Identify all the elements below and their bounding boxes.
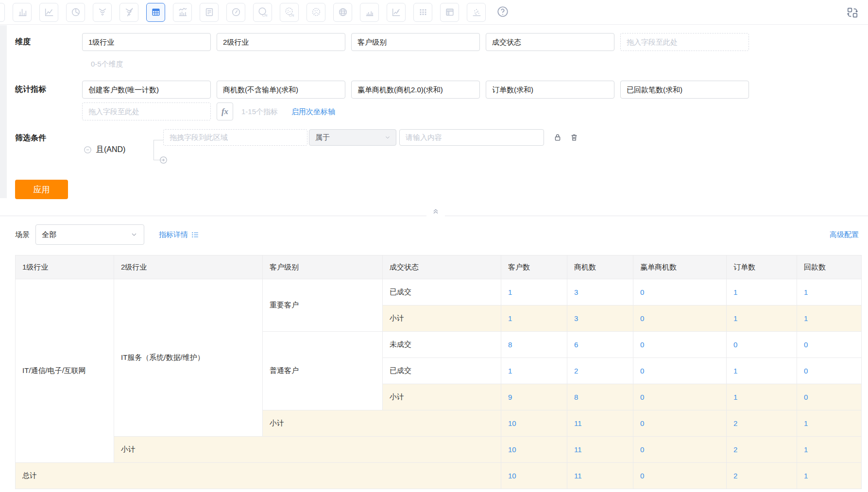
chevron-down-icon bbox=[130, 231, 138, 238]
metric-value[interactable]: 8 bbox=[567, 384, 633, 410]
chevron-double-up-icon bbox=[431, 206, 440, 215]
collapse-panel-button[interactable] bbox=[426, 206, 445, 216]
filter-value-input[interactable]: 请输入内容 bbox=[399, 129, 544, 146]
metric-value[interactable]: 1 bbox=[727, 279, 797, 305]
tool-bar-chart-alt[interactable] bbox=[360, 3, 379, 22]
metric-field[interactable]: 已回款笔数(求和) bbox=[620, 81, 749, 99]
secondary-axis-link[interactable]: 启用次坐标轴 bbox=[291, 102, 335, 120]
apply-button[interactable]: 应用 bbox=[15, 180, 68, 199]
china-map-scatter-icon: CN bbox=[284, 7, 295, 17]
dimension-field[interactable]: 成交状态 bbox=[486, 33, 614, 51]
metric-value[interactable]: 1 bbox=[727, 305, 797, 332]
dimension-drop-zone[interactable]: 拖入字段至此处 bbox=[620, 33, 749, 51]
dim-status-cell: 已成交 bbox=[383, 279, 501, 305]
metric-value[interactable]: 2 bbox=[727, 463, 797, 489]
tool-crosstab[interactable] bbox=[413, 3, 432, 22]
metric-value[interactable]: 3 bbox=[567, 305, 633, 332]
pivot-table-icon bbox=[444, 7, 455, 17]
column-header: 2级行业 bbox=[114, 255, 263, 279]
metric-value[interactable]: 0 bbox=[797, 358, 862, 384]
tool-china-map-scatter[interactable]: CN bbox=[280, 3, 299, 22]
swap-axis-button[interactable] bbox=[846, 6, 859, 19]
gauge-icon bbox=[231, 7, 241, 17]
metric-field[interactable]: 赢单商机数(商机2.0)(求和) bbox=[351, 81, 480, 99]
metric-value[interactable]: 1 bbox=[797, 305, 862, 332]
scene-select[interactable]: 全部 bbox=[35, 224, 144, 245]
add-condition-button[interactable] bbox=[159, 155, 168, 165]
tool-scatter-plot[interactable] bbox=[467, 3, 486, 22]
metric-value[interactable]: 0 bbox=[633, 384, 727, 410]
dimensions-label: 维度 bbox=[15, 33, 82, 73]
tool-china-map[interactable]: CN bbox=[253, 3, 272, 22]
metric-value[interactable]: 1 bbox=[797, 279, 862, 305]
dimension-field[interactable]: 1级行业 bbox=[82, 33, 211, 51]
filter-label: 筛选条件 bbox=[15, 129, 82, 170]
metric-value[interactable]: 10 bbox=[501, 437, 567, 463]
metric-value[interactable]: 0 bbox=[633, 358, 727, 384]
metric-value[interactable]: 0 bbox=[633, 305, 727, 332]
metric-value[interactable]: 2 bbox=[727, 410, 797, 437]
metric-value[interactable]: 0 bbox=[633, 437, 727, 463]
metric-value[interactable]: 2 bbox=[727, 437, 797, 463]
metric-field[interactable]: 创建客户数(唯一计数) bbox=[82, 81, 211, 99]
filter-and-toggle[interactable]: 且(AND) bbox=[83, 145, 125, 155]
metric-value[interactable]: 11 bbox=[567, 463, 633, 489]
tool-line-chart[interactable] bbox=[39, 3, 58, 22]
dimension-field[interactable]: 2级行业 bbox=[217, 33, 345, 51]
metric-value[interactable]: 1 bbox=[501, 305, 567, 332]
metric-value[interactable]: 1 bbox=[727, 358, 797, 384]
trash-icon[interactable] bbox=[569, 133, 579, 142]
tool-composite-chart[interactable] bbox=[173, 3, 192, 22]
tool-bar-chart[interactable] bbox=[13, 3, 32, 22]
column-header: 订单数 bbox=[727, 255, 797, 279]
metric-drop-zone[interactable]: 拖入字段至此处 bbox=[82, 102, 211, 120]
tool-table-chart[interactable] bbox=[146, 3, 165, 22]
metric-value[interactable]: 1 bbox=[797, 463, 862, 489]
metric-detail-link[interactable]: 指标详情 bbox=[159, 230, 199, 239]
metric-value[interactable]: 0 bbox=[727, 332, 797, 358]
metric-value[interactable]: 1 bbox=[797, 410, 862, 437]
metric-value[interactable]: 0 bbox=[633, 279, 727, 305]
metric-field[interactable]: 订单数(求和) bbox=[486, 81, 614, 99]
metric-value[interactable]: 1 bbox=[501, 279, 567, 305]
metric-field[interactable]: 商机数(不含输单)(求和) bbox=[217, 81, 345, 99]
metric-value[interactable]: 9 bbox=[501, 384, 567, 410]
metric-value[interactable]: 0 bbox=[797, 384, 862, 410]
lock-icon[interactable] bbox=[553, 133, 562, 142]
formula-fx-button[interactable]: fx bbox=[217, 102, 233, 120]
metric-value[interactable]: 1 bbox=[501, 358, 567, 384]
metric-value[interactable]: 6 bbox=[567, 332, 633, 358]
tool-line-chart-alt[interactable] bbox=[387, 3, 406, 22]
metric-value[interactable]: 0 bbox=[633, 463, 727, 489]
tool-world-map[interactable] bbox=[333, 3, 352, 22]
dimension-field[interactable]: 客户级别 bbox=[351, 33, 480, 51]
metric-value[interactable]: 1 bbox=[727, 384, 797, 410]
column-header: 回款数 bbox=[797, 255, 862, 279]
metric-value[interactable]: 2 bbox=[567, 358, 633, 384]
tool-partial[interactable] bbox=[0, 3, 5, 22]
filter-field-drop-zone[interactable]: 拖拽字段到此区域 bbox=[163, 129, 307, 146]
metric-value[interactable]: 8 bbox=[501, 332, 567, 358]
metric-value[interactable]: 10 bbox=[501, 463, 567, 489]
scene-selected-value: 全部 bbox=[42, 230, 56, 239]
report-config-panel: 维度 1级行业 2级行业 客户级别 成交状态 拖入字段至此处 0-5个维度 统计… bbox=[0, 25, 868, 199]
metric-value[interactable]: 11 bbox=[567, 410, 633, 437]
metric-value[interactable]: 0 bbox=[797, 332, 862, 358]
metric-value[interactable]: 10 bbox=[501, 410, 567, 437]
tool-pie-chart[interactable] bbox=[66, 3, 85, 22]
advanced-config-link[interactable]: 高级配置 bbox=[830, 230, 859, 239]
table-row-subtotal: 小计 10 11 0 2 1 bbox=[16, 437, 862, 463]
tool-pivot-table[interactable] bbox=[440, 3, 459, 22]
metric-value[interactable]: 0 bbox=[633, 410, 727, 437]
metric-value[interactable]: 3 bbox=[567, 279, 633, 305]
tool-gauge[interactable] bbox=[226, 3, 245, 22]
metric-value[interactable]: 1 bbox=[797, 437, 862, 463]
metric-value[interactable]: 11 bbox=[567, 437, 633, 463]
help-button[interactable] bbox=[495, 5, 510, 19]
metric-value[interactable]: 0 bbox=[633, 332, 727, 358]
tool-world-map-scatter[interactable] bbox=[306, 3, 325, 22]
tool-funnel[interactable] bbox=[93, 3, 112, 22]
filter-operator-select[interactable]: 属于 bbox=[309, 129, 396, 146]
tool-report[interactable] bbox=[200, 3, 219, 22]
tool-funnel-compare[interactable] bbox=[119, 3, 138, 22]
